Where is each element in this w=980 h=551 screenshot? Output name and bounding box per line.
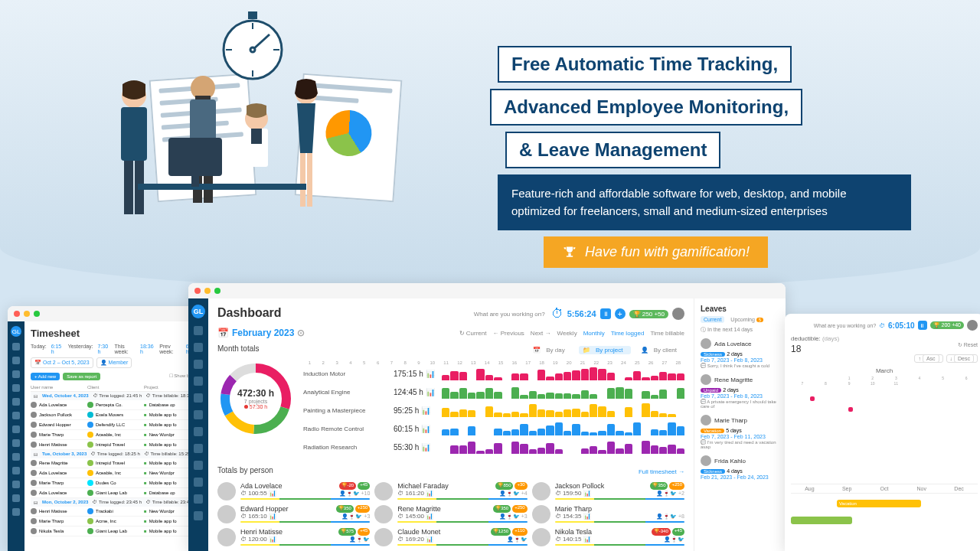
add-button[interactable]: + bbox=[615, 308, 626, 319]
nav-icon[interactable] bbox=[12, 343, 20, 350]
project-row[interactable]: Painting a Masterpiece95:25 h 📊 bbox=[303, 403, 684, 417]
person-card[interactable]: Henri Matisse🏆575+45 ⏱ 120:00 📊👤🍷🐦 bbox=[217, 528, 370, 546]
leave-card[interactable]: Rene Magritte Unpaid 2 days Feb 7, 2023 … bbox=[701, 374, 779, 409]
date-range[interactable]: 📅 Oct 2 – Oct 5, 2023 bbox=[31, 357, 93, 368]
timesheet-row[interactable]: Marie TharpDudes Co■ Mobile app fo bbox=[31, 478, 201, 488]
nav-icon[interactable] bbox=[194, 427, 203, 436]
nav-icon[interactable] bbox=[12, 370, 20, 378]
gantt-bar[interactable] bbox=[791, 517, 852, 524]
nav-icon[interactable] bbox=[194, 360, 203, 369]
tab-by-project[interactable]: 📁 By project bbox=[579, 346, 631, 354]
person-card[interactable]: Jackson Pollock🏆350+250 ⏱ 159:50 📊👤🍷🐦 +2 bbox=[532, 482, 684, 500]
reset-button[interactable]: ↻ Reset bbox=[958, 342, 978, 348]
gamification-badge[interactable]: Have fun with gamification! bbox=[544, 236, 768, 268]
app-logo[interactable]: GL bbox=[191, 305, 205, 318]
add-new-button[interactable]: + Add new bbox=[31, 373, 60, 380]
day-date[interactable]: Tue, October 3, 2023 bbox=[42, 452, 87, 457]
project-row[interactable]: Radiation Research55:30 h 📊 bbox=[303, 440, 684, 454]
person-card[interactable]: Edward Hopper🏆350+250 ⏱ 165:10 📊👤🍷🐦 +3 bbox=[217, 505, 370, 523]
nav-icon[interactable] bbox=[12, 481, 20, 488]
deductible-value: 18 bbox=[791, 344, 839, 354]
dashboard-nav: ↻ Current ← Previous Next → Weekly Month… bbox=[459, 330, 684, 337]
timesheet-row[interactable]: Jackson PollockExela Movers■ Mobile app … bbox=[31, 410, 201, 420]
svg-rect-21 bbox=[300, 153, 305, 207]
nav-icon[interactable] bbox=[12, 398, 20, 406]
pause-button[interactable]: ⏸ bbox=[600, 308, 611, 319]
nav-icon[interactable] bbox=[12, 425, 20, 433]
timesheet-row[interactable]: Ada LovelaceGiant Leap Lab■ Database op bbox=[31, 488, 201, 498]
svg-rect-22 bbox=[307, 153, 312, 207]
leave-card[interactable]: Ada Lovelace Sickness 2 days Feb 7, 2023… bbox=[701, 338, 779, 368]
nav-icon[interactable] bbox=[12, 439, 20, 447]
leaves-tab-upcoming[interactable]: Upcoming 5 bbox=[727, 316, 766, 323]
full-timesheet-link[interactable]: Full timesheet → bbox=[639, 468, 684, 475]
dashboard-window: GL Dashboard What are you working on? ⏱ … bbox=[188, 283, 786, 551]
nav-icon[interactable] bbox=[194, 377, 203, 386]
leave-card[interactable]: Frida Kahlo Sickness 4 days Feb 21, 2023… bbox=[701, 455, 779, 480]
avatar[interactable] bbox=[967, 320, 978, 331]
person-card[interactable]: Marie Tharp ⏱ 154:35 📊👤🍷🐦 +8 bbox=[532, 505, 684, 523]
leaves-tab-current[interactable]: Current bbox=[701, 316, 724, 323]
project-row[interactable]: Analytical Engine124:45 h 📊 bbox=[303, 385, 684, 399]
timesheet-row[interactable]: Marie TharpAceable, Inc■ New Wordpr bbox=[31, 430, 201, 440]
dashboard-title: Dashboard bbox=[217, 306, 282, 320]
project-row[interactable]: Radio Remote Control60:15 h 📊 bbox=[303, 422, 684, 435]
avatar[interactable] bbox=[672, 308, 684, 320]
nav-icon[interactable] bbox=[12, 494, 20, 502]
nav-icon[interactable] bbox=[194, 393, 203, 403]
timesheet-row[interactable]: Rene MagritteIntrepid Travel■ Mobile app… bbox=[31, 458, 201, 468]
nav-icon[interactable] bbox=[194, 494, 203, 504]
person-card[interactable]: Michael Faraday🏆850+30 ⏱ 161:20 📊👤🍷🐦 +4 bbox=[374, 482, 527, 500]
timesheet-row[interactable]: Henri MatisseIntrepid Travel■ Mobile app… bbox=[31, 440, 201, 450]
sort-asc[interactable]: ↑ Asc bbox=[914, 354, 942, 363]
nav-icon[interactable] bbox=[194, 326, 203, 335]
nav-icon[interactable] bbox=[194, 478, 203, 487]
leave-marker[interactable] bbox=[810, 396, 815, 401]
person-card[interactable]: Nikola Tesla🏆-340+45 ⏱ 140:15 📊👤🍷🐦 bbox=[532, 528, 684, 546]
nav-icon[interactable] bbox=[194, 444, 203, 453]
nav-previous[interactable]: ← Previous bbox=[493, 330, 524, 337]
nav-icon[interactable] bbox=[12, 357, 20, 364]
timesheet-row[interactable]: Edward HopperDefendify LLC■ Mobile app f… bbox=[31, 420, 201, 430]
save-report-button[interactable]: Save as report bbox=[63, 373, 100, 380]
person-card[interactable]: Rene Magritte🏆350+250 ⏱ 145:00 📊👤🍷🐦 +3 bbox=[374, 505, 527, 523]
timesheet-row[interactable]: Ada LovelaceAceable, Inc■ New Wordpr bbox=[31, 468, 201, 478]
nav-icon[interactable] bbox=[12, 467, 20, 474]
nav-icon[interactable] bbox=[12, 384, 20, 392]
month-selector[interactable]: 📅 February 2023 ⊙ bbox=[217, 328, 305, 338]
tab-by-client[interactable]: 👤 By client bbox=[637, 346, 684, 354]
pause-button[interactable]: ⏸ bbox=[918, 321, 927, 330]
gantt-vacation[interactable]: Vacation bbox=[837, 500, 921, 507]
nav-icon[interactable] bbox=[12, 453, 20, 461]
project-row[interactable]: Induction Motor175:15 h 📊 bbox=[303, 367, 684, 380]
hero-description: Feature-rich and affordable software for… bbox=[498, 174, 911, 230]
tab-by-day[interactable]: 📅 By day bbox=[529, 346, 573, 354]
nav-icon[interactable] bbox=[12, 508, 20, 516]
nav-icon[interactable] bbox=[194, 410, 203, 419]
person-card[interactable]: Ada Lovelace🏆-20+45 ⏱ 100:55 📊👤🍷🐦 +10 bbox=[217, 482, 370, 500]
nav-icon[interactable] bbox=[194, 461, 203, 470]
sort-desc[interactable]: ↓ Desc bbox=[946, 354, 978, 363]
timesheet-row[interactable]: Ada LovelacePercepta Co.■ Database op bbox=[31, 400, 201, 410]
timesheet-row[interactable]: Nikola TeslaGiant Leap Lab■ Mobile app f… bbox=[31, 527, 201, 536]
nav-time-logged[interactable]: Time logged bbox=[611, 330, 645, 337]
leave-marker[interactable] bbox=[848, 407, 853, 412]
timesheet-row[interactable]: Henri MatisseTrackabi■ New Wordpr bbox=[31, 507, 201, 517]
day-date[interactable]: Mon, October 2, 2023 bbox=[42, 500, 88, 505]
svg-rect-19 bbox=[251, 129, 262, 144]
day-date[interactable]: Wed, October 4, 2023 bbox=[42, 393, 89, 399]
nav-monthly[interactable]: Monthly bbox=[583, 330, 605, 337]
nav-icon[interactable] bbox=[194, 511, 203, 520]
app-logo[interactable]: GL bbox=[11, 326, 21, 337]
nav-current[interactable]: ↻ Current bbox=[459, 330, 487, 337]
nav-time-billable[interactable]: Time billable bbox=[650, 330, 684, 337]
leave-card[interactable]: Marie Tharp Vacation 5 days Feb 7, 2023 … bbox=[701, 415, 779, 449]
nav-icon[interactable] bbox=[194, 343, 203, 352]
nav-weekly[interactable]: Weekly bbox=[557, 330, 577, 337]
nav-icon[interactable] bbox=[12, 412, 20, 419]
working-on-label[interactable]: What are you working on? bbox=[474, 311, 545, 318]
timesheet-row[interactable]: Marie TharpAcme, Inc■ Mobile app fo bbox=[31, 517, 201, 527]
nav-next[interactable]: Next → bbox=[531, 330, 551, 337]
person-card[interactable]: Claude Monet🏆1250+110 ⏱ 169:20 📊👤🍷🐦 bbox=[374, 528, 527, 546]
member-filter[interactable]: 👤 Member bbox=[96, 357, 132, 368]
